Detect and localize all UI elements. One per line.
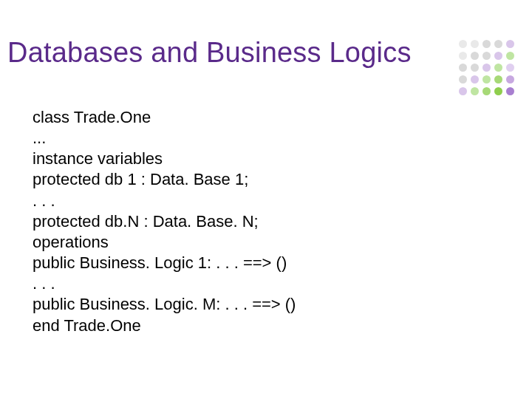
dot-icon: [482, 52, 491, 60]
dot-icon: [494, 64, 502, 72]
dot-icon: [506, 87, 514, 95]
dot-icon: [506, 64, 514, 72]
slide-title: Databases and Business Logics: [7, 37, 412, 69]
code-line: end Trade.One: [33, 316, 296, 336]
dot-icon: [459, 75, 467, 83]
code-line: instance variables: [33, 149, 296, 169]
dot-icon: [506, 52, 514, 60]
code-line: operations: [33, 232, 296, 253]
code-line: class Trade.One: [33, 107, 296, 128]
code-line: protected db 1 : Data. Base 1;: [33, 169, 296, 190]
dot-icon: [459, 64, 467, 72]
dot-icon: [494, 87, 502, 95]
dot-icon: [471, 75, 479, 83]
dot-icon: [459, 52, 467, 60]
dot-icon: [471, 64, 479, 72]
dot-icon: [494, 75, 502, 83]
code-line: . . .: [33, 273, 296, 294]
code-line: public Business. Logic 1: . . . ==> (): [33, 253, 296, 273]
dot-icon: [494, 40, 502, 48]
dot-icon: [471, 40, 479, 48]
dot-icon: [506, 40, 514, 48]
dot-icon: [482, 87, 491, 95]
dot-icon: [471, 87, 479, 95]
slide: Databases and Business Logics class Trad…: [0, 0, 532, 399]
dot-icon: [506, 75, 514, 83]
code-line: public Business. Logic. M: . . . ==> (): [33, 294, 296, 315]
dot-icon: [482, 75, 491, 83]
code-line: . . .: [33, 191, 296, 211]
dot-icon: [482, 40, 491, 48]
dot-icon: [471, 52, 479, 60]
dot-icon: [459, 40, 467, 48]
code-block: class Trade.One ... instance variables p…: [33, 107, 296, 336]
code-line: protected db.N : Data. Base. N;: [33, 211, 296, 232]
code-line: ...: [33, 128, 296, 149]
dot-icon: [482, 64, 491, 72]
dot-icon: [459, 87, 467, 95]
dot-icon: [494, 52, 502, 60]
corner-dots-icon: [459, 40, 516, 97]
